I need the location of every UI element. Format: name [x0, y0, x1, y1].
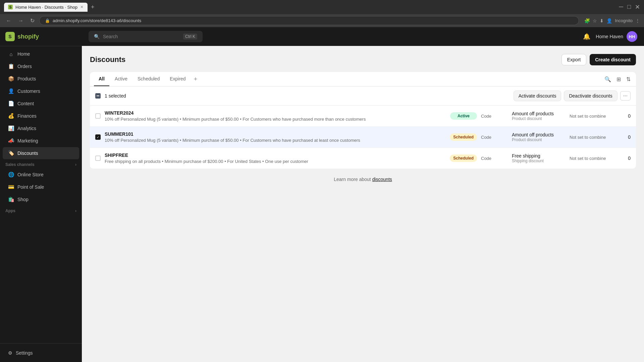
discounts-link[interactable]: discounts — [372, 177, 392, 182]
sidebar-item-online-store[interactable]: 🌐 Online Store — [3, 169, 79, 181]
sidebar-item-label: Online Store — [17, 172, 44, 177]
sidebar-item-content[interactable]: 📄 Content — [3, 98, 79, 110]
table-row: WINTER2024 10% off Personalized Mug (5 v… — [90, 106, 636, 127]
tab-close-btn[interactable]: ✕ — [80, 5, 84, 9]
sidebar-item-label: Marketing — [17, 138, 38, 143]
status-badge-shipfree: Scheduled — [450, 155, 477, 162]
active-browser-tab[interactable]: S Home Haven · Discounts · Shop ✕ — [4, 3, 88, 12]
page-title: Discounts — [90, 55, 125, 64]
sidebar-item-discounts[interactable]: 🏷️ Discounts — [3, 147, 79, 159]
minimize-icon[interactable]: ─ — [619, 3, 623, 11]
app-container: S shopify ⌂ Home 📋 Orders 📦 Products 👤 — [0, 27, 644, 362]
discount-desc-shipfree: Free shipping on all products • Minimum … — [105, 159, 446, 164]
browser-tab-bar: S Home Haven · Discounts · Shop ✕ + ─ □ … — [0, 0, 644, 14]
menu-btn[interactable]: ⋮ — [635, 18, 640, 23]
discount-desc-winter2024: 10% off Personalized Mug (5 variants) • … — [105, 117, 446, 122]
learn-more-text: Learn more about — [334, 177, 371, 182]
sidebar-item-analytics[interactable]: 📊 Analytics — [3, 122, 79, 134]
notification-button[interactable]: 🔔 — [582, 32, 592, 42]
forward-button[interactable]: → — [16, 17, 25, 24]
toolbar-actions: Activate discounts Deactivate discounts … — [514, 90, 631, 101]
settings-nav-item[interactable]: ⚙ Settings — [5, 348, 76, 358]
incognito-label: Incognito — [615, 18, 633, 23]
table-row: ✓ SUMMER101 10% off Personalized Mug (5 … — [90, 127, 636, 148]
deactivate-discounts-button[interactable]: Deactivate discounts — [564, 90, 617, 101]
tab-all[interactable]: All — [94, 72, 109, 86]
sidebar-item-products[interactable]: 📦 Products — [3, 73, 79, 85]
search-left: 🔍 Search — [94, 34, 118, 39]
marketing-icon: 📣 — [8, 138, 14, 144]
sidebar-item-customers[interactable]: 👤 Customers — [3, 85, 79, 97]
tab-scheduled[interactable]: Scheduled — [133, 72, 164, 86]
close-icon[interactable]: ✕ — [635, 3, 640, 11]
search-bar[interactable]: 🔍 Search Ctrl K — [89, 31, 203, 42]
select-all-checkbox[interactable] — [95, 93, 101, 99]
checkbox-dash-icon — [97, 96, 99, 96]
discounts-table: All Active Scheduled Expired + 🔍 ⊞ ⇅ — [90, 72, 636, 169]
row-checkbox-summer101[interactable]: ✓ — [95, 134, 101, 140]
online-store-icon: 🌐 — [8, 172, 14, 178]
extensions-btn[interactable]: 🧩 — [584, 18, 590, 23]
new-tab-button[interactable]: + — [89, 4, 97, 11]
add-tab-button[interactable]: + — [191, 73, 200, 85]
table-filter-button[interactable]: ⊞ — [615, 75, 622, 84]
analytics-icon: 📊 — [8, 125, 14, 131]
point-of-sale-icon: 💳 — [8, 184, 14, 190]
export-button[interactable]: Export — [561, 54, 586, 65]
discount-name-shipfree[interactable]: SHIPFREE — [105, 153, 446, 158]
tab-expired[interactable]: Expired — [165, 72, 190, 86]
discount-name-winter2024[interactable]: WINTER2024 — [105, 110, 446, 116]
profile-btn[interactable]: 👤 — [606, 18, 612, 23]
browser-extra-actions: 🧩 ☆ ⬇ 👤 Incognito ⋮ — [584, 18, 640, 23]
status-badge-winter2024: Active — [450, 112, 477, 120]
content-icon: 📄 — [8, 101, 14, 107]
discounts-icon: 🏷️ — [8, 150, 14, 156]
finances-icon: 💰 — [8, 113, 14, 119]
create-discount-button[interactable]: Create discount — [590, 54, 636, 65]
download-btn[interactable]: ⬇ — [600, 18, 604, 23]
window-controls: ─ □ ✕ — [619, 3, 640, 11]
sidebar-item-label: Finances — [17, 113, 37, 119]
back-button[interactable]: ← — [4, 17, 13, 24]
header-actions: Export Create discount — [561, 54, 636, 65]
sales-channels-section: Sales channels › — [0, 160, 82, 168]
bookmark-btn[interactable]: ☆ — [593, 18, 597, 23]
table-header-icons: 🔍 ⊞ ⇅ — [603, 75, 632, 84]
sidebar-item-label: Point of Sale — [17, 184, 44, 190]
search-placeholder: Search — [103, 34, 118, 39]
search-icon: 🔍 — [94, 34, 100, 39]
tabs-bar: All Active Scheduled Expired + 🔍 ⊞ ⇅ — [90, 72, 636, 86]
table-search-button[interactable]: 🔍 — [603, 75, 612, 84]
status-badge-summer101: Scheduled — [450, 133, 477, 141]
row-checkbox-shipfree[interactable] — [95, 156, 101, 161]
more-actions-button[interactable]: ··· — [620, 91, 631, 101]
avatar: HH — [627, 31, 637, 42]
row-checkbox-winter2024[interactable] — [95, 113, 101, 119]
refresh-button[interactable]: ↻ — [28, 17, 37, 24]
address-bar[interactable]: 🔒 admin.shopify.com/store/de8143-a6/disc… — [39, 16, 579, 25]
sidebar-item-point-of-sale[interactable]: 💳 Point of Sale — [3, 181, 79, 193]
activate-discounts-button[interactable]: Activate discounts — [514, 90, 561, 101]
sidebar-item-shop[interactable]: 🛍️ Shop — [3, 193, 79, 205]
sidebar-item-finances[interactable]: 💰 Finances — [3, 110, 79, 122]
tab-active[interactable]: Active — [110, 72, 132, 86]
sidebar-item-label: Discounts — [17, 150, 38, 156]
sidebar-item-home[interactable]: ⌂ Home — [3, 48, 79, 60]
sidebar-item-marketing[interactable]: 📣 Marketing — [3, 135, 79, 147]
table-sort-button[interactable]: ⇅ — [625, 75, 632, 84]
sidebar-header: S shopify — [0, 27, 82, 46]
sales-channels-arrow[interactable]: › — [75, 162, 76, 167]
sidebar-footer: ⚙ Settings — [0, 343, 82, 362]
user-info: Home Haven HH — [596, 31, 637, 42]
discount-name-summer101[interactable]: SUMMER101 — [105, 131, 446, 137]
shopify-logo[interactable]: S shopify — [5, 32, 39, 41]
apps-arrow[interactable]: › — [75, 208, 76, 213]
tab-title: Home Haven · Discounts · Shop — [15, 5, 77, 10]
discount-uses-summer101: 0 — [621, 134, 631, 140]
browser-nav-bar: ← → ↻ 🔒 admin.shopify.com/store/de8143-a… — [0, 14, 644, 27]
discount-type-shipfree: Code — [481, 156, 508, 161]
sidebar-item-orders[interactable]: 📋 Orders — [3, 60, 79, 72]
restore-icon[interactable]: □ — [627, 3, 631, 11]
sidebar-item-label: Home — [17, 51, 30, 57]
sidebar-item-label: Orders — [17, 64, 32, 69]
